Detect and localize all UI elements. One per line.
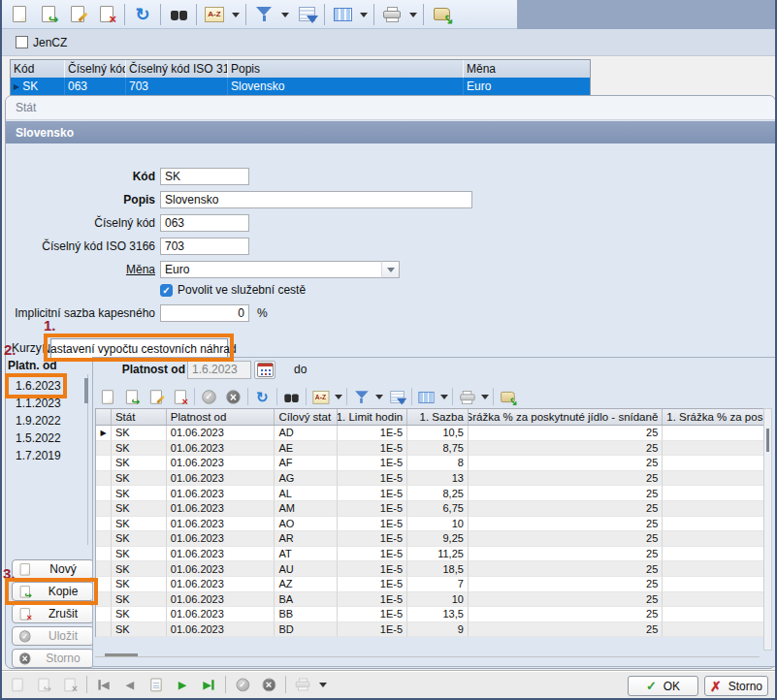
popis-field[interactable]: Slovensko xyxy=(160,191,472,208)
apply-button[interactable] xyxy=(235,677,250,692)
column-header[interactable]: Číselný kód xyxy=(65,60,126,78)
column-header[interactable]: Číselný kód ISO 3166 xyxy=(126,60,228,78)
columns-dropdown-caret[interactable] xyxy=(360,13,368,21)
cancel-button[interactable] xyxy=(225,388,243,405)
print-dropdown-caret[interactable] xyxy=(481,395,489,403)
cancel-button[interactable] xyxy=(261,677,276,692)
table-row[interactable]: ▶SK01.06.2023AD1E-510,525 xyxy=(96,426,763,441)
table-row[interactable]: ▶SK 063 703 Slovensko Euro xyxy=(11,78,590,95)
table-row[interactable]: SK01.06.2023BD1E-5925 xyxy=(96,622,763,638)
print-dropdown-caret[interactable] xyxy=(319,683,327,691)
column-header[interactable]: 1. Srážka % za poskytnuté jídlo - snídan… xyxy=(469,409,663,425)
columns-dropdown-caret[interactable] xyxy=(440,395,448,403)
table-row[interactable]: SK01.06.2023AG1E-51325 xyxy=(96,471,763,487)
table-row[interactable]: SK01.06.2023BB1E-513,525 xyxy=(96,607,763,622)
iso-field[interactable]: 703 xyxy=(160,238,249,255)
ok-button[interactable]: ✓OK xyxy=(628,676,698,696)
copy-button[interactable]: ↪ xyxy=(36,677,51,692)
filter-dropdown-caret[interactable] xyxy=(375,395,383,403)
table-row[interactable]: SK01.06.2023AT1E-511,2525 xyxy=(96,547,763,562)
table-row[interactable]: SK01.06.2023AU1E-518,525 xyxy=(96,561,763,577)
table-row[interactable]: SK01.06.2023AM1E-56,7525 xyxy=(96,501,763,517)
filter-button[interactable] xyxy=(353,388,371,405)
new-button[interactable] xyxy=(99,388,116,405)
storno-side-button[interactable]: Storno xyxy=(12,649,94,668)
sort-az-dropdown-caret[interactable] xyxy=(232,13,240,21)
column-header[interactable]: Platnost od xyxy=(167,409,275,425)
sazba-field[interactable]: 0 xyxy=(160,304,249,322)
table-row[interactable]: SK01.06.2023AF1E-5825 xyxy=(96,456,763,471)
column-header[interactable]: Měna xyxy=(464,60,590,78)
ulozit-button[interactable]: Uložit xyxy=(12,626,94,646)
column-header[interactable]: Kód xyxy=(11,60,65,78)
record-view-button[interactable] xyxy=(148,677,164,692)
tab-kurzy[interactable]: Kurzy xyxy=(12,341,42,355)
column-header[interactable]: Popis xyxy=(228,60,464,78)
filter-button[interactable] xyxy=(252,3,275,26)
apply-button[interactable] xyxy=(201,388,218,405)
tab-nastaveni-nahrad[interactable]: Nastavení vypočtu cestovních náhrad xyxy=(50,338,228,359)
kopie-button[interactable]: ↪ Kopie xyxy=(12,582,94,601)
new-button[interactable] xyxy=(10,677,25,692)
column-header[interactable]: Stát xyxy=(112,409,167,425)
storno-button[interactable]: ✗Storno xyxy=(704,676,768,696)
mena-combobox[interactable]: Euro xyxy=(160,261,400,278)
jencz-checkbox[interactable] xyxy=(16,36,28,48)
filter-dropdown-caret[interactable] xyxy=(281,13,289,21)
rates-grid-vscrollbar[interactable] xyxy=(763,408,772,651)
table-row[interactable]: SK01.06.2023AZ1E-5725 xyxy=(96,577,763,592)
sort-az-button[interactable] xyxy=(312,388,330,405)
kod-field[interactable]: SK xyxy=(160,168,249,185)
sort-az-dropdown-caret[interactable] xyxy=(335,395,342,403)
refresh-button[interactable] xyxy=(254,388,272,405)
column-header[interactable]: Cílový stat xyxy=(275,409,338,425)
period-item[interactable]: 1.9.2022 xyxy=(16,413,66,430)
table-row[interactable]: SK01.06.2023AE1E-58,7525 xyxy=(96,441,763,457)
new-button[interactable] xyxy=(8,3,31,26)
column-header[interactable]: 1. Sazba xyxy=(407,409,469,425)
column-header[interactable]: 1. Limit hodin xyxy=(338,409,407,425)
column-chooser-button[interactable] xyxy=(418,388,436,405)
copy-button[interactable]: ↪ xyxy=(37,3,60,26)
ciselny-kod-field[interactable]: 063 xyxy=(160,214,249,232)
filter-columns-button[interactable] xyxy=(389,388,406,405)
period-item[interactable]: 1.7.2019 xyxy=(16,448,66,464)
period-list-scroll-thumb[interactable] xyxy=(84,378,88,403)
edit-button[interactable] xyxy=(147,388,165,405)
delete-button[interactable]: × xyxy=(172,388,189,405)
print-button[interactable] xyxy=(459,388,476,405)
edit-button[interactable] xyxy=(66,3,89,26)
sort-az-button[interactable] xyxy=(203,3,226,26)
previous-record-button[interactable]: ◀ xyxy=(122,677,138,692)
export-button[interactable] xyxy=(500,388,517,405)
delete-button[interactable]: × xyxy=(95,3,118,26)
print-button[interactable] xyxy=(380,3,404,26)
table-row[interactable]: SK01.06.2023AL1E-58,2525 xyxy=(96,486,763,501)
print-dropdown-caret[interactable] xyxy=(409,13,417,21)
last-record-button[interactable]: ▶ xyxy=(201,677,216,692)
period-list-header[interactable]: Platn. od xyxy=(8,359,57,372)
period-item[interactable]: 1.1.2023 xyxy=(16,396,66,412)
povolit-checkbox[interactable] xyxy=(160,284,173,297)
column-chooser-button[interactable] xyxy=(331,3,354,26)
novy-button[interactable]: Nový xyxy=(12,559,94,579)
search-button[interactable] xyxy=(283,388,301,405)
copy-button[interactable]: ↪ xyxy=(123,388,141,405)
delete-button[interactable]: × xyxy=(62,677,78,692)
period-item[interactable]: 1.5.2022 xyxy=(16,430,66,447)
export-button[interactable] xyxy=(430,3,453,26)
search-button[interactable] xyxy=(167,3,190,26)
platnost-od-field[interactable]: 1.6.2023 xyxy=(187,361,251,379)
next-record-button[interactable]: ▶ xyxy=(175,677,190,692)
period-item-selected[interactable]: 1.6.2023 xyxy=(16,378,66,395)
rates-grid-hscroll-thumb[interactable] xyxy=(105,653,138,656)
column-header[interactable]: 1. Srážka % za pos xyxy=(663,409,763,425)
filter-columns-button[interactable] xyxy=(295,3,318,26)
table-row[interactable]: SK01.06.2023BA1E-51025 xyxy=(96,592,763,608)
refresh-button[interactable] xyxy=(131,3,154,26)
zrusit-button[interactable]: × Zrušit xyxy=(12,604,94,623)
print-button[interactable] xyxy=(295,677,310,692)
first-record-button[interactable]: ◀ xyxy=(96,677,112,692)
table-row[interactable]: SK01.06.2023AR1E-59,2525 xyxy=(96,531,763,547)
table-row[interactable]: SK01.06.2023AO1E-51025 xyxy=(96,517,763,532)
